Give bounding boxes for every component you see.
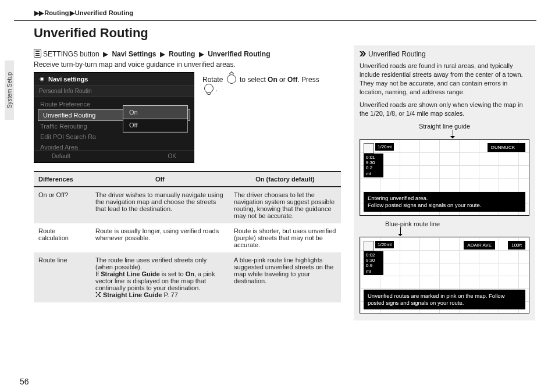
map-scale: 1/20mi	[375, 143, 394, 151]
table-text-bold: Straight Line Guide	[101, 270, 159, 277]
rotary-dial-icon	[227, 74, 236, 84]
chevron-right-icon: ▶	[70, 9, 74, 17]
table-cell: The route line uses verified streets onl…	[91, 252, 229, 302]
compass-icon	[364, 241, 374, 251]
section-tab: System Setup	[5, 60, 14, 120]
path-p3: Unverified Routing	[208, 50, 270, 58]
map-example-1: 1/20mi 0:01 9:30 0.2 mi DUNMUCK Entering…	[360, 139, 529, 216]
table-cell: Route is usually longer, using verified …	[91, 223, 229, 252]
compass-icon	[364, 143, 374, 154]
map-eta-chip: 0:01 9:30 0.2 mi	[364, 154, 383, 177]
screenshot-title: Navi settings	[34, 73, 194, 86]
table-text: is set to	[160, 270, 186, 277]
step-or: or	[278, 76, 287, 84]
page-number: 56	[20, 377, 29, 386]
table-row: Route calculation Route is usually longe…	[34, 223, 341, 252]
chevron-right-icon: ▶	[199, 50, 204, 58]
step-pre: Rotate	[202, 76, 225, 84]
path-lead: SETTINGS button	[43, 50, 99, 58]
table-header-off: Off	[91, 172, 229, 187]
xref-label: Straight Line Guide	[103, 291, 162, 298]
path-p1: Navi Settings	[112, 50, 156, 58]
step-instruction: Rotate to select On or Off. Press .	[202, 72, 330, 93]
breadcrumb: ▶▶Routing▶Unverified Routing	[14, 9, 536, 17]
sidebar-title: Unverified Routing	[360, 50, 529, 58]
map-toast: Entering unverified area. Follow posted …	[364, 192, 525, 212]
map-toast: Unverified routes are marked in pink on …	[364, 290, 525, 309]
screenshot-footer-default: Default	[52, 153, 70, 159]
table-row: On or Off? The driver wishes to manually…	[34, 187, 341, 223]
settings-icon	[34, 49, 41, 58]
screenshot-menu-item: Edit POI Search Ra	[34, 131, 194, 142]
callout-label: Straight line guide	[360, 123, 529, 130]
screenshot-popup-off: Off	[123, 119, 187, 132]
callout-label: Blue-pink route line	[385, 220, 529, 227]
table-cell: Route is shorter, but uses unverified (p…	[229, 223, 341, 252]
xref-page: P. 77	[162, 291, 177, 298]
cross-reference: Straight Line Guide	[95, 291, 162, 298]
section-tab-label: System Setup	[6, 72, 13, 108]
map-scale: 1/20mi	[375, 241, 394, 248]
push-select-icon	[204, 84, 214, 93]
chevron-right-icon: ▶	[160, 50, 165, 58]
screenshot-footer: Default OK	[34, 150, 194, 162]
screenshot-footer-ok: OK	[168, 153, 176, 159]
chevron-right-icon: ▶	[103, 50, 108, 58]
screenshot-tabs: Personal Info Routin	[34, 86, 194, 97]
chevron-right-icon: ▶▶	[34, 9, 44, 17]
table-cell: Route line	[34, 252, 91, 302]
arrow-down-icon	[447, 130, 458, 139]
step-mid: to select	[238, 76, 268, 84]
intro-text: Receive turn-by-turn map and voice guida…	[34, 60, 341, 69]
sidebar-box: Unverified Routing Unverified roads are …	[354, 45, 535, 320]
comparison-table: Differences Off On (factory default) On …	[34, 171, 341, 302]
table-cell: A blue-pink route line highlights sugges…	[229, 252, 341, 302]
screenshot-popup-on: On	[123, 105, 188, 119]
step-on: On	[268, 76, 278, 84]
table-cell: The driver wishes to manually navigate u…	[91, 187, 229, 223]
page-title: Unverified Routing	[34, 26, 536, 41]
breadcrumb-a: Routing	[44, 9, 69, 16]
step-off: Off	[287, 76, 297, 84]
path-p2: Routing	[169, 50, 195, 58]
table-cell: On or Off?	[34, 187, 91, 223]
screenshot-popup: On Off	[123, 105, 188, 133]
navigation-path: SETTINGS button ▶ Navi Settings ▶ Routin…	[34, 49, 341, 58]
map-eta-chip: 0:02 9:30 0.9 mi	[364, 251, 383, 275]
arrow-down-icon	[394, 227, 406, 237]
map-street-chip: DUNMUCK	[488, 143, 525, 152]
table-text: The route line uses verified streets onl…	[95, 256, 207, 270]
table-cell: Route calculation	[34, 223, 91, 252]
breadcrumb-b: Unverified Routing	[75, 9, 133, 16]
table-row: Route line The route line uses verified …	[34, 252, 341, 302]
map-street-chip: ADAIR AVE	[464, 241, 495, 250]
table-header-differences: Differences	[34, 172, 91, 187]
table-header-on: On (factory default)	[229, 172, 341, 187]
map-distance-chip: 100ft	[508, 241, 525, 250]
table-text: If	[95, 270, 101, 277]
sidebar-paragraph: Unverified roads are shown only when vie…	[360, 101, 529, 118]
map-example-2: 1/20mi 0:02 9:30 0.9 mi ADAIR AVE 100ft …	[360, 237, 529, 313]
sidebar-paragraph: Unverified roads are found in rural area…	[360, 62, 529, 96]
device-screenshot: Navi settings Personal Info Routin Route…	[34, 72, 194, 163]
table-text-bold: On	[186, 270, 194, 277]
divider	[14, 20, 536, 21]
step-post2: .	[215, 85, 217, 93]
table-cell: The driver chooses to let the navigation…	[229, 187, 341, 223]
step-post1: . Press	[297, 76, 319, 84]
